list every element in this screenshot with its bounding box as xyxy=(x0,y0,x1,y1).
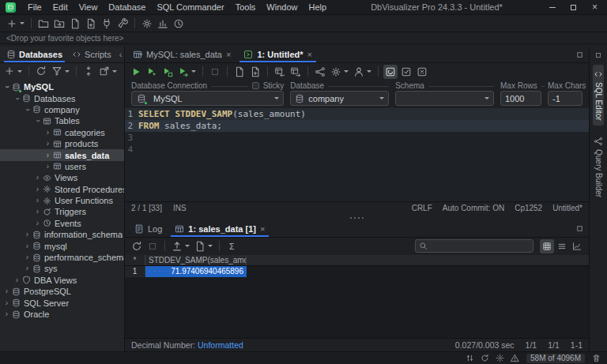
tree-item-performance-schema[interactable]: › performance_schema xyxy=(0,252,124,263)
chevron-collapsed-icon[interactable]: › xyxy=(43,140,52,148)
close-tab-icon[interactable]: × xyxy=(260,224,265,234)
tab-1-untitled[interactable]: 1: Untitled* × xyxy=(237,47,319,62)
chevron-collapsed-icon[interactable]: › xyxy=(13,276,21,284)
sql-line-1[interactable]: 1SELECT STDDEV_SAMP(sales_amount) xyxy=(125,108,589,120)
tree-item-users[interactable]: › users xyxy=(0,161,124,172)
tree-item-postgresql[interactable]: › PostgreSQL xyxy=(0,286,124,297)
chevron-collapsed-icon[interactable]: › xyxy=(33,208,42,216)
menu-edit[interactable]: Edit xyxy=(47,2,74,12)
tree-item-dba-views[interactable]: › DBA Views xyxy=(0,275,124,286)
close-tab-icon[interactable]: × xyxy=(307,50,312,59)
chevron-expanded-icon[interactable]: › xyxy=(24,105,32,114)
schema-select[interactable] xyxy=(395,91,494,106)
chevron-collapsed-icon[interactable]: › xyxy=(23,265,32,272)
charts-button[interactable] xyxy=(156,17,170,31)
panel-splitter[interactable] xyxy=(125,215,589,221)
stop-button[interactable] xyxy=(208,65,222,79)
tree-item-sql-server[interactable]: › SQL Server xyxy=(0,297,124,308)
create-connection-button[interactable] xyxy=(2,64,24,78)
chevron-expanded-icon[interactable]: › xyxy=(13,94,21,103)
grid-view-button[interactable] xyxy=(540,239,554,253)
chevron-collapsed-icon[interactable]: › xyxy=(43,163,52,171)
chevron-collapsed-icon[interactable]: › xyxy=(23,253,32,261)
tree-item-mysql[interactable]: › mysql xyxy=(0,240,124,251)
stop-load-button[interactable] xyxy=(145,239,160,253)
hide-editor-button[interactable] xyxy=(574,47,589,62)
chevron-collapsed-icon[interactable]: › xyxy=(33,174,42,182)
tab-log[interactable]: Log xyxy=(128,221,168,237)
tree-item-oracle[interactable]: › Oracle xyxy=(0,309,124,320)
save-as-button[interactable] xyxy=(84,17,98,31)
result-actions-button[interactable] xyxy=(193,239,214,253)
chevron-collapsed-icon[interactable]: › xyxy=(2,287,11,295)
open-file-button[interactable] xyxy=(36,17,51,31)
line-ending[interactable]: CRLF xyxy=(412,204,432,212)
tree-item-databases[interactable]: › Databases xyxy=(0,92,124,103)
toggle-confirm-execute-button[interactable] xyxy=(399,65,413,79)
tree-item-triggers[interactable]: › Triggers xyxy=(0,206,124,217)
execute-current-button[interactable] xyxy=(145,65,159,79)
minimize-button[interactable] xyxy=(541,0,563,15)
task-status-button[interactable] xyxy=(479,353,491,364)
chevron-collapsed-icon[interactable]: › xyxy=(33,186,42,193)
grid-corner-cell[interactable]: * xyxy=(125,255,145,265)
format-link[interactable]: Unformatted xyxy=(198,340,243,350)
tree-item-products[interactable]: › products xyxy=(0,138,124,149)
favorites-bar[interactable]: <Drop your favorite objects here> xyxy=(0,32,607,44)
save-as-button[interactable] xyxy=(248,65,262,79)
create-new-button[interactable] xyxy=(5,17,26,31)
schema-filter-button[interactable] xyxy=(352,65,373,79)
sidebar-tab-databases[interactable]: Databases xyxy=(2,47,67,62)
rail-tab-query-builder[interactable]: Query Builder xyxy=(593,132,604,202)
result-search[interactable] xyxy=(415,239,533,253)
chevron-collapsed-icon[interactable]: › xyxy=(2,310,11,318)
aggregate-button[interactable] xyxy=(224,239,239,253)
database-select[interactable]: company xyxy=(290,91,389,106)
tree-item-company[interactable]: › company xyxy=(0,104,124,115)
row-number-cell[interactable]: 1 xyxy=(125,266,145,277)
sql-editor[interactable]: 1SELECT STDDEV_SAMP(sales_amount) 2FROM … xyxy=(125,107,589,201)
tree-item-mysql[interactable]: › MySQL xyxy=(0,81,124,92)
menu-view[interactable]: View xyxy=(74,2,104,12)
chevron-expanded-icon[interactable]: › xyxy=(34,117,42,126)
collapse-all-button[interactable] xyxy=(81,64,96,78)
reload-result-button[interactable] xyxy=(130,239,144,253)
gc-trash-button[interactable] xyxy=(590,353,602,364)
hide-panel-button[interactable] xyxy=(593,49,605,61)
connection-select[interactable]: MySQL xyxy=(131,91,284,106)
editor-settings-button[interactable] xyxy=(329,65,350,79)
chart-view-button[interactable] xyxy=(570,239,584,253)
menu-database[interactable]: Database xyxy=(103,2,151,12)
encoding[interactable]: Cp1252 xyxy=(515,204,542,212)
tree-item-tables[interactable]: › Tables xyxy=(0,115,124,126)
tool-properties-button[interactable] xyxy=(140,17,154,31)
chevron-collapsed-icon[interactable]: › xyxy=(43,129,52,137)
maximize-result-button[interactable] xyxy=(574,222,589,236)
chevron-collapsed-icon[interactable]: › xyxy=(2,299,11,307)
tree-item-information-schema[interactable]: › information_schema xyxy=(0,229,124,240)
open-recent-button[interactable] xyxy=(52,17,66,31)
tabs-prev-button[interactable]: ‹ xyxy=(116,50,126,59)
tab-mysql-sales-data[interactable]: MySQL: sales_data × xyxy=(126,47,237,62)
grid-column-header[interactable]: STDDEV_SAMP(sales_amount) xyxy=(145,255,247,265)
menu-help[interactable]: Help xyxy=(303,2,332,12)
tree-item-categories[interactable]: › categories xyxy=(0,127,124,138)
menu-tools[interactable]: Tools xyxy=(230,2,262,12)
toggle-close-results-button[interactable] xyxy=(415,65,429,79)
notifications-button[interactable] xyxy=(494,353,506,364)
chevron-collapsed-icon[interactable]: › xyxy=(23,231,32,238)
open-object-button[interactable] xyxy=(97,64,119,78)
tree-item-user-functions[interactable]: › User Functions xyxy=(0,195,124,206)
connect-database-button[interactable] xyxy=(100,17,114,31)
sql-line-3[interactable]: 3 xyxy=(125,132,589,144)
tree-item-views[interactable]: › Views xyxy=(0,172,124,183)
driver-manager-button[interactable] xyxy=(115,17,130,31)
menu-window[interactable]: Window xyxy=(261,2,303,12)
chevron-collapsed-icon[interactable]: › xyxy=(23,242,32,250)
save-button[interactable] xyxy=(232,65,247,79)
grid-cell[interactable]: ······················· 71.9740694046589… xyxy=(145,266,247,277)
tree-item-stored-procedures[interactable]: › Stored Procedures xyxy=(0,184,124,195)
format-sql-button[interactable] xyxy=(313,65,327,79)
save-file-button[interactable] xyxy=(68,17,82,31)
auto-commit-status[interactable]: Auto Commit: ON xyxy=(443,204,504,212)
